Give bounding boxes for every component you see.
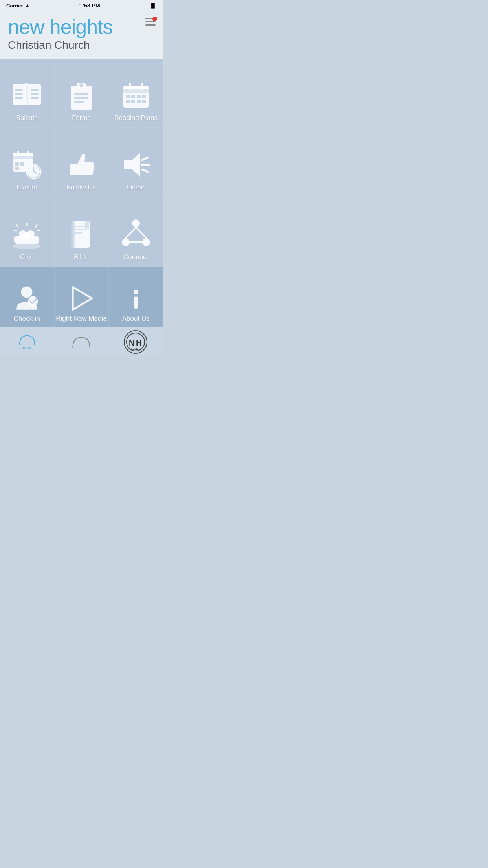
bottom-item-check-in[interactable]: Check-in	[0, 267, 54, 327]
grid-item-follow-us[interactable]: Follow Us	[55, 128, 108, 197]
grid-item-connect[interactable]: Connect	[109, 198, 163, 267]
right-now-media-icon	[66, 284, 97, 313]
events-icon	[9, 149, 44, 180]
grid-item-listen[interactable]: Listen	[109, 128, 163, 197]
svg-rect-2	[25, 83, 28, 105]
svg-rect-13	[74, 97, 88, 99]
svg-point-57	[132, 219, 140, 227]
svg-marker-41	[124, 153, 140, 177]
svg-line-42	[142, 158, 148, 160]
svg-rect-5	[15, 97, 23, 99]
svg-rect-25	[131, 100, 135, 103]
svg-rect-3	[15, 89, 23, 91]
svg-rect-40	[70, 164, 77, 175]
svg-rect-7	[31, 93, 39, 95]
home-arc-icon	[18, 334, 36, 345]
connect-label: Connect	[123, 253, 148, 261]
listen-label: Listen	[127, 184, 145, 191]
give-icon	[9, 219, 44, 250]
header: new heights Christian Church	[0, 11, 163, 59]
app-title: new heights	[8, 16, 155, 38]
svg-text:N: N	[129, 338, 134, 347]
svg-rect-52	[71, 221, 75, 248]
nh-logo: N H heights	[124, 330, 147, 354]
menu-line-3	[145, 24, 156, 26]
svg-rect-34	[20, 162, 24, 166]
grid-item-reading-plans[interactable]: Reading Plans	[109, 59, 163, 127]
svg-rect-24	[126, 100, 130, 103]
svg-rect-27	[142, 100, 146, 103]
forms-icon	[64, 79, 99, 111]
svg-rect-53	[74, 226, 87, 227]
svg-line-46	[17, 225, 18, 227]
svg-rect-54	[74, 229, 87, 230]
give-label: Give	[20, 253, 34, 261]
bible-label: Bible	[74, 253, 89, 261]
svg-rect-23	[142, 95, 146, 98]
svg-rect-19	[141, 83, 143, 90]
footer-arc-icon	[72, 336, 91, 348]
svg-rect-8	[31, 97, 39, 99]
reading-plans-icon	[118, 79, 154, 111]
reading-plans-label: Reading Plans	[114, 114, 158, 122]
bottom-item-right-now-media[interactable]: Right Now Media	[55, 267, 108, 327]
svg-line-44	[142, 169, 148, 172]
svg-rect-18	[129, 83, 131, 90]
svg-line-60	[126, 227, 136, 238]
notification-dot	[152, 17, 157, 21]
battery-icon: ▐▌	[150, 3, 156, 8]
svg-point-11	[79, 83, 83, 87]
svg-rect-20	[126, 95, 130, 98]
svg-rect-21	[131, 95, 135, 98]
footer-tab-bar: new N H heights	[0, 327, 163, 355]
listen-icon	[118, 149, 154, 180]
grid-item-bulletin[interactable]: Bulletin	[0, 59, 54, 127]
svg-rect-22	[137, 95, 141, 98]
svg-point-59	[142, 238, 150, 246]
svg-rect-35	[15, 167, 19, 170]
about-us-icon	[120, 284, 152, 313]
right-now-media-label: Right Now Media	[56, 315, 106, 323]
events-label: Events	[17, 184, 37, 191]
svg-line-61	[136, 227, 146, 238]
svg-rect-26	[137, 100, 141, 103]
bottom-row: Check-in Right Now Media About Us	[0, 267, 163, 327]
svg-point-66	[133, 290, 138, 295]
grid-item-bible[interactable]: Bible	[55, 198, 108, 267]
grid-item-give[interactable]: Give	[0, 198, 54, 267]
bible-icon	[64, 219, 99, 250]
main-grid: Bulletin Forms	[0, 59, 163, 267]
time-display: 1:53 PM	[79, 2, 100, 9]
svg-text:heights: heights	[131, 348, 140, 350]
bottom-item-about-us[interactable]: About Us	[109, 267, 163, 327]
grid-item-forms[interactable]: Forms	[55, 59, 108, 127]
bulletin-icon	[9, 79, 44, 111]
svg-rect-14	[74, 101, 84, 103]
forms-label: Forms	[72, 114, 91, 122]
grid-item-events[interactable]: Events	[0, 128, 54, 197]
footer-tab-arc[interactable]	[54, 336, 108, 348]
connect-icon	[118, 219, 154, 250]
carrier-text: Carrier ▲	[6, 3, 30, 9]
footer-tab-logo[interactable]: N H heights	[108, 330, 163, 354]
svg-point-58	[122, 238, 130, 246]
menu-button[interactable]	[145, 18, 156, 26]
svg-point-63	[21, 287, 33, 298]
bulletin-label: Bulletin	[16, 114, 38, 122]
svg-rect-67	[134, 297, 138, 309]
svg-rect-32	[27, 151, 29, 156]
svg-rect-31	[17, 151, 19, 156]
svg-rect-33	[15, 162, 19, 166]
footer-tab-home[interactable]: new	[0, 334, 54, 350]
svg-marker-65	[73, 287, 92, 310]
menu-line-2	[145, 21, 156, 22]
app-subtitle: Christian Church	[8, 39, 155, 51]
svg-rect-55	[74, 232, 82, 234]
wifi-icon: ▲	[25, 3, 30, 8]
svg-rect-30	[13, 156, 33, 159]
svg-rect-4	[15, 93, 23, 95]
svg-text:H: H	[136, 338, 141, 347]
svg-rect-17	[123, 89, 149, 93]
check-in-icon	[11, 284, 42, 313]
svg-rect-12	[74, 93, 88, 95]
